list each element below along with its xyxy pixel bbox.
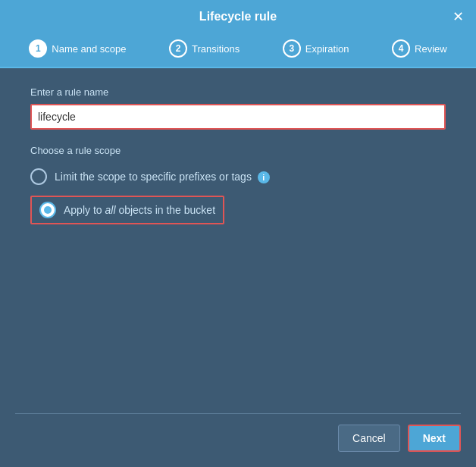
footer-divider <box>15 413 461 414</box>
footer-buttons: Cancel Next <box>15 425 461 452</box>
step-2[interactable]: 2 Transitions <box>169 39 240 58</box>
cancel-button[interactable]: Cancel <box>338 425 400 452</box>
radio-1 <box>30 168 47 185</box>
scope-option-1-label: Limit the scope to specific prefixes or … <box>55 171 270 183</box>
scope-label: Choose a rule scope <box>30 145 446 156</box>
step-2-label: Transitions <box>192 43 240 55</box>
step-3-label: Expiration <box>305 43 349 55</box>
step-1[interactable]: 1 Name and scope <box>29 39 126 58</box>
modal-title: Lifecycle rule <box>199 10 277 24</box>
step-3-circle: 3 <box>283 39 301 58</box>
step-1-label: Name and scope <box>52 43 126 55</box>
scope-option-1[interactable]: Limit the scope to specific prefixes or … <box>30 165 446 188</box>
close-button[interactable]: ✕ <box>453 10 464 24</box>
step-4-label: Review <box>415 43 447 55</box>
info-icon[interactable]: i <box>258 171 270 183</box>
rule-name-input[interactable] <box>30 104 446 130</box>
scope-option-2[interactable]: Apply to all objects in the bucket <box>30 196 224 224</box>
step-3[interactable]: 3 Expiration <box>283 39 349 58</box>
modal-header: Lifecycle rule ✕ <box>0 0 476 33</box>
step-4-circle: 4 <box>392 39 410 58</box>
steps-bar: 1 Name and scope 2 Transitions 3 Expirat… <box>0 33 476 68</box>
next-button[interactable]: Next <box>408 425 461 452</box>
rule-name-label: Enter a rule name <box>30 86 446 98</box>
step-2-circle: 2 <box>169 39 187 58</box>
modal-footer: Cancel Next <box>0 404 476 467</box>
scope-option-2-label: Apply to all objects in the bucket <box>64 204 215 216</box>
radio-2 <box>39 202 56 218</box>
step-4[interactable]: 4 Review <box>392 39 447 58</box>
modal-body: Enter a rule name Choose a rule scope Li… <box>0 68 476 404</box>
lifecycle-rule-modal: Lifecycle rule ✕ 1 Name and scope 2 Tran… <box>0 0 476 467</box>
step-1-circle: 1 <box>29 39 47 58</box>
